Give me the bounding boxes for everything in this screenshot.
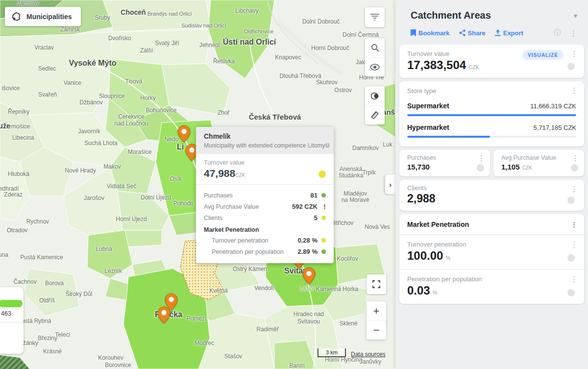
card-label: Penetration per population: [407, 275, 576, 283]
card-value: 100.00%: [407, 249, 576, 263]
row-value: 0.28 %: [298, 237, 318, 244]
card-kebab-menu[interactable]: ⋮: [570, 241, 578, 248]
penetration-row: Penetration per population 0.03% ⋮: [399, 269, 584, 304]
value-number: 0.03: [407, 284, 430, 297]
value-number: 1,105: [501, 163, 520, 171]
card-kebab-menu[interactable]: ⋮: [570, 50, 578, 57]
card-kebab-menu[interactable]: ⋮: [570, 185, 578, 193]
export-icon: [495, 29, 501, 36]
data-sources-link[interactable]: Data sources: [351, 351, 386, 358]
divider: [0, 322, 24, 322]
visualize-toggle-dot[interactable]: [567, 254, 575, 262]
visualize-toggle-dot[interactable]: [571, 164, 578, 172]
map-popup: Chmelík Municipality with extended compe…: [196, 127, 334, 263]
card-label: Turnover penetration: [407, 241, 576, 248]
municipalities-layer-button[interactable]: Municipalities: [5, 7, 81, 26]
value-unit: %: [433, 290, 438, 295]
search-visibility-group: [365, 38, 385, 76]
popup-rows: Purchases 81 Avg Purchase Value 592 CZK …: [196, 184, 334, 263]
map-pin[interactable]: [157, 306, 171, 324]
polygon-layer-icon: [11, 12, 21, 22]
municipalities-label: Municipalities: [26, 13, 72, 21]
card-label: Purchases: [407, 154, 483, 161]
chevron-down-icon[interactable]: ▾: [574, 12, 577, 20]
store-type-card: Store type ⋮ Supermarket 11,666,319 CZK …: [399, 81, 584, 147]
card-kebab-menu[interactable]: ⋮: [478, 154, 485, 162]
panel-collapse-button[interactable]: ›: [385, 174, 395, 194]
card-kebab-menu[interactable]: ⋮: [572, 154, 579, 162]
status-dot: [318, 216, 326, 220]
market-penetration-card: Market Penetration ⋮ Turnover penetratio…: [399, 214, 584, 304]
bookmark-button[interactable]: Bookmark: [411, 29, 450, 37]
map-pin[interactable]: [302, 267, 316, 285]
map-pin[interactable]: [177, 125, 191, 143]
store-value: 11,666,319 CZK: [530, 102, 576, 110]
search-button[interactable]: [365, 38, 385, 57]
measure-button[interactable]: [365, 105, 385, 124]
legend-value: 463: [1, 310, 11, 317]
card-value: 17,383,504CZK: [407, 58, 576, 72]
store-name: Supermarket: [407, 102, 449, 110]
search-icon: [371, 44, 379, 52]
panel-kebab-menu[interactable]: ⋮: [570, 29, 577, 37]
filter-icon: [370, 14, 379, 21]
visibility-button[interactable]: [365, 57, 385, 76]
card-kebab-menu[interactable]: ⋮: [570, 221, 578, 228]
visualize-badge[interactable]: VISUALIZE: [522, 50, 564, 60]
store-type-row: Hypermarket 5,717,185 CZK: [407, 123, 576, 138]
zoom-in-button[interactable]: +: [367, 301, 386, 320]
metric-number: 47,988: [204, 168, 235, 179]
popup-header: Chmelík Municipality with extended compe…: [196, 127, 334, 154]
progress-fill: [407, 114, 576, 116]
info-icon[interactable]: ⓘ: [554, 28, 561, 37]
contrast-button[interactable]: [365, 86, 385, 105]
row-value: 2.89 %: [298, 248, 318, 255]
legend-color-swatch: [0, 300, 23, 307]
row-label: Penetration per population: [212, 248, 298, 255]
progress-track: [407, 136, 576, 138]
value-unit: CZK: [522, 165, 532, 171]
card-value: 0.03%: [407, 284, 576, 297]
status-dot: [318, 193, 326, 197]
metric-value: 47,988CZK: [204, 168, 326, 179]
card-value: 2,988: [407, 192, 576, 205]
visualize-toggle-dot[interactable]: [567, 197, 575, 204]
penetration-row: Turnover penetration 100.00% ⋮: [399, 235, 584, 269]
popup-row: Penetration per population 2.89 %: [204, 246, 326, 257]
pin-icon: [177, 125, 191, 143]
store-name: Hypermarket: [407, 123, 449, 131]
map-canvas[interactable]: JaroslavChoceňBrandýs nad OrlicíLibchavy…: [0, 0, 395, 369]
alert-icon: !: [318, 203, 326, 210]
popup-main-metric: Turnover value 47,988CZK: [196, 154, 334, 184]
row-label: Clients: [204, 215, 314, 221]
zoom-group: + −: [367, 301, 386, 340]
scale-label: 3 km: [326, 349, 338, 355]
filter-button[interactable]: [365, 7, 385, 27]
visualize-toggle-dot[interactable]: [567, 289, 575, 296]
zoom-out-button[interactable]: −: [367, 320, 386, 340]
ruler-icon: [370, 111, 379, 120]
popup-row: Purchases 81: [204, 190, 326, 201]
turnover-value-card: Turnover value 17,383,504CZK VISUALIZE ⋮: [399, 45, 584, 78]
card-kebab-menu[interactable]: ⋮: [570, 87, 578, 94]
share-button[interactable]: Share: [459, 29, 486, 37]
card-value: 1,105CZK: [501, 163, 577, 171]
row-label: Purchases: [204, 192, 311, 199]
store-type-row: Supermarket 11,666,319 CZK: [407, 102, 576, 116]
visualize-toggle-dot[interactable]: [477, 164, 484, 172]
plus-icon: +: [373, 305, 380, 318]
contrast-icon: [370, 92, 379, 100]
share-icon: [459, 29, 466, 36]
clients-card: Clients 2,988 ⋮: [399, 180, 584, 211]
export-label: Export: [503, 29, 523, 37]
export-button[interactable]: Export: [495, 29, 523, 37]
card-kebab-menu[interactable]: ⋮: [570, 275, 578, 283]
popup-row: Avg Purchase Value 592 CZK !: [204, 201, 326, 212]
section-title: Market Penetration: [407, 221, 469, 228]
share-label: Share: [468, 29, 486, 37]
metric-label: Turnover value: [204, 159, 326, 166]
fullscreen-button[interactable]: [367, 274, 386, 294]
chevron-right-icon: ›: [389, 180, 392, 189]
purchases-card: Purchases 15,730 ⋮: [399, 150, 490, 176]
visualize-toggle-dot[interactable]: [567, 63, 575, 70]
